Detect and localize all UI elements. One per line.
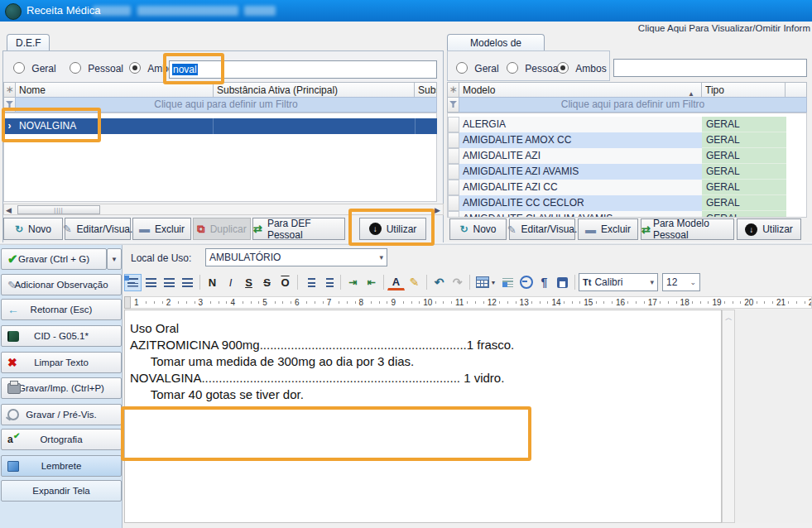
scroll-right-icon[interactable]: ▶ xyxy=(435,206,440,214)
modelos-row-tipo[interactable]: GERAL xyxy=(702,148,786,164)
modelos-novo-button[interactable]: ↻Novo xyxy=(449,218,507,240)
modelos-indicator-header: ∗ xyxy=(447,82,459,98)
modelos-row-tipo[interactable]: GERAL xyxy=(702,117,786,132)
adicionar-observacao-button[interactable]: ✎ Adicionar Observação xyxy=(1,274,122,295)
def-row-novalgina[interactable]: NOVALGINA xyxy=(16,118,214,134)
save-document-button[interactable] xyxy=(554,274,571,291)
modelos-row[interactable]: AMIGDALITE AZI CC xyxy=(459,180,702,195)
radio-icon[interactable] xyxy=(507,62,518,74)
cid-button[interactable]: CID - G05.1* xyxy=(1,325,122,347)
scroll-up-icon[interactable]: ︿ xyxy=(725,313,733,324)
gravar-dropdown-button[interactable]: ▼ xyxy=(107,248,122,270)
overline-button[interactable]: O xyxy=(276,274,294,291)
def-row-novalgina-subs[interactable] xyxy=(416,118,437,134)
radio-icon[interactable] xyxy=(13,62,25,74)
def-col-nome[interactable]: Nome xyxy=(15,82,214,98)
undo-button[interactable]: ↶ xyxy=(430,274,448,291)
expandir-tela-button[interactable]: Expandir Tela xyxy=(1,480,122,502)
align-right-button[interactable] xyxy=(161,274,178,291)
ortografia-button[interactable]: a Ortografia xyxy=(1,429,122,450)
retornar-button[interactable]: ← Retornar (Esc) xyxy=(1,299,122,320)
editor-page[interactable]: Uso Oral AZITROMICINA 900mg.............… xyxy=(124,310,722,523)
modelos-utilizar-button[interactable]: ↓Utilizar xyxy=(737,218,801,240)
tab-modelos[interactable]: Modelos de Receitas xyxy=(447,34,545,51)
numbered-list-button[interactable] xyxy=(301,274,319,291)
def-filter-icon-cell[interactable] xyxy=(3,97,16,113)
modelos-row-tipo[interactable]: GERAL xyxy=(702,164,786,180)
scroll-thumb[interactable]: |||| xyxy=(17,205,100,214)
local-de-uso-dropdown[interactable]: AMBULATÓRIO ▾ xyxy=(205,248,387,266)
modelos-para-pessoal-button[interactable]: ⇄Para Modelo Pessoal xyxy=(641,218,734,240)
def-search-input[interactable]: noval xyxy=(169,60,437,79)
paragraph-settings-button[interactable] xyxy=(499,274,517,291)
modelos-row[interactable]: AMIGDALITE AMOX CC xyxy=(459,132,702,148)
modelos-col-empty xyxy=(785,82,807,98)
modelos-row-tipo[interactable]: GERAL xyxy=(702,211,786,218)
modelos-row-tipo[interactable]: GERAL xyxy=(702,132,786,148)
def-filter-row[interactable]: Clique aqui para definir um Filtro xyxy=(15,97,437,113)
modelos-radio-geral[interactable]: Geral xyxy=(456,62,499,74)
font-color-button[interactable]: A xyxy=(387,275,405,290)
insert-table-button[interactable]: ▼ xyxy=(473,274,498,291)
modelos-row[interactable]: AMIGDALITE AZI xyxy=(459,148,702,164)
highlight-button[interactable]: ✎ xyxy=(406,274,423,291)
bold-button[interactable]: N xyxy=(204,274,221,291)
show-marks-button[interactable]: ¶ xyxy=(536,274,553,291)
def-col-subs[interactable]: Subs xyxy=(414,82,437,98)
modelos-row[interactable]: AMIGDALITE CC CECLOR xyxy=(459,195,702,211)
align-center-button[interactable] xyxy=(142,274,160,291)
radio-icon[interactable] xyxy=(456,62,468,74)
def-col-substancia[interactable]: Substância Ativa (Principal) xyxy=(213,82,415,98)
def-para-pessoal-button[interactable]: ⇄Para DEF Pessoal xyxy=(252,218,345,240)
italic-button[interactable]: I xyxy=(222,274,239,291)
def-radio-pessoal[interactable]: Pessoal xyxy=(70,62,123,74)
modelos-col-tipo[interactable]: Tipo xyxy=(701,82,786,98)
strikethrough-button[interactable]: S xyxy=(258,274,276,291)
redo-button: ↷ xyxy=(449,274,466,291)
underline-button[interactable]: S xyxy=(240,274,257,291)
modelos-filter-icon-cell[interactable] xyxy=(447,97,459,113)
radio-icon-selected[interactable] xyxy=(129,62,141,74)
radio-icon-selected[interactable] xyxy=(557,62,569,74)
limpar-texto-button[interactable]: ✖ Limpar Texto xyxy=(1,352,122,373)
scroll-left-icon[interactable]: ◀ xyxy=(6,206,12,214)
modelos-row[interactable]: ALERGIA xyxy=(459,117,702,132)
modelos-row[interactable]: AMIGDALITE CLAVULIM AVAMIS xyxy=(459,211,702,218)
ruler-number: 17 xyxy=(646,297,659,308)
def-editar-button[interactable]: ✎Editar/Visua. xyxy=(65,218,131,240)
def-duplicar-button: ⧉Duplicar xyxy=(193,218,251,240)
increase-indent-button[interactable]: ⇥ xyxy=(344,274,362,291)
def-excluir-button[interactable]: ▬Excluir xyxy=(132,218,191,240)
lembrete-button[interactable]: Lembrete xyxy=(1,455,122,477)
modelos-excluir-button[interactable]: ▬Excluir xyxy=(578,218,638,240)
decrease-indent-button[interactable]: ⇤ xyxy=(363,274,380,291)
gravar-button[interactable]: ✔ Gravar (Ctrl + G) xyxy=(1,248,107,270)
radio-icon[interactable] xyxy=(70,62,81,74)
modelos-editar-button[interactable]: ✎Editar/Visua. xyxy=(509,218,575,240)
modelos-row[interactable]: AMIGDALITE AZI AVAMIS xyxy=(459,164,702,180)
editor-vscrollbar[interactable]: ︿ xyxy=(722,310,735,523)
gravar-imprimir-button[interactable]: Gravar/Imp. (Ctrl+P) xyxy=(1,377,122,399)
def-radio-geral[interactable]: Geral xyxy=(13,62,56,74)
modelos-row-tipo[interactable]: GERAL xyxy=(702,180,786,195)
def-hscrollbar[interactable]: ◀ |||| ▶ xyxy=(3,204,444,215)
modelos-search-input[interactable] xyxy=(613,59,807,77)
modelos-filter-row[interactable]: Clique aqui para definir um Filtro xyxy=(459,97,807,113)
modelos-col-modelo[interactable]: Modelo ▲ xyxy=(459,82,702,98)
ruler-margin-marker[interactable] xyxy=(124,296,131,309)
def-novo-button[interactable]: ↻Novo xyxy=(3,218,63,240)
gravar-previsualizar-button[interactable]: Gravar / Pré-Vis. xyxy=(1,404,122,425)
def-utilizar-button[interactable]: ↓Utilizar xyxy=(359,218,426,240)
bullet-list-button[interactable] xyxy=(320,274,337,291)
insert-break-button[interactable] xyxy=(517,274,535,291)
def-row-novalgina-substancia[interactable] xyxy=(214,118,416,134)
modelos-row-tipo[interactable]: GERAL xyxy=(702,195,786,211)
tab-def[interactable]: D.E.F xyxy=(7,34,50,51)
font-size-dropdown[interactable]: 12 ⌄ xyxy=(662,273,700,291)
align-justify-button[interactable] xyxy=(179,274,196,291)
modelos-radio-ambos[interactable]: Ambos xyxy=(557,62,607,74)
modelos-radio-pessoal[interactable]: Pessoal xyxy=(507,62,560,74)
toggle-info-link[interactable]: Clique Aqui Para Visualizar/Omitir Infor… xyxy=(638,23,810,33)
font-family-dropdown[interactable]: Tt Calibri ▾ xyxy=(579,273,658,291)
def-indicator-header: ∗ xyxy=(3,82,16,98)
